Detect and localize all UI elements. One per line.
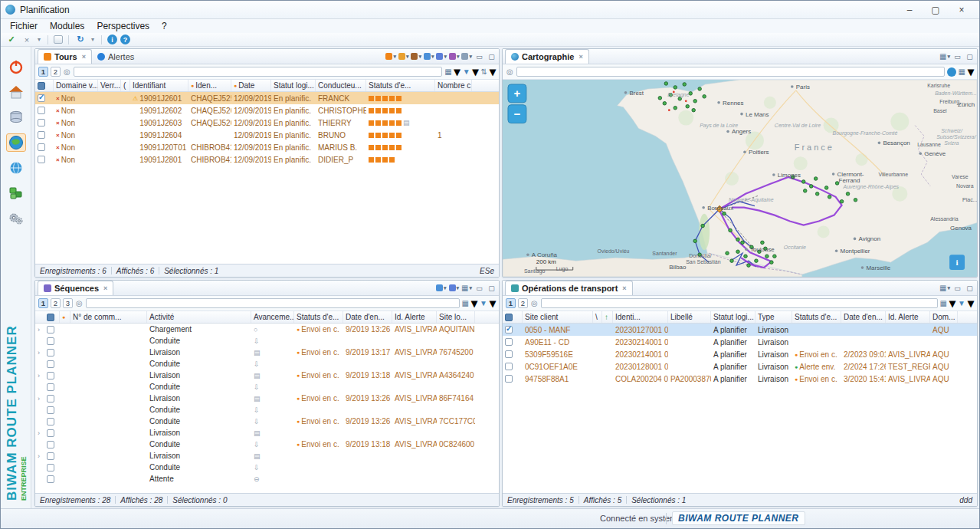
panel-toolbar-icon[interactable]: ▦▾ [461, 283, 472, 293]
row-checkbox[interactable] [47, 464, 54, 472]
table-row[interactable]: 0C91OEF1A0E 20230128001 0 A planifier Li… [503, 360, 977, 373]
refresh-icon[interactable]: ↻ [74, 34, 87, 44]
panel-minimize-icon[interactable]: ▭ [474, 51, 484, 61]
page-button-3[interactable]: 3 [63, 298, 73, 308]
tab-tours[interactable]: Tours × [38, 49, 92, 64]
tab-alertes[interactable]: Alertes [92, 49, 139, 64]
table-row[interactable]: ×Non ⚠19091J2603 CHAQEJ526 12/09/2019 En… [35, 117, 499, 129]
table-row[interactable]: › Chargement ○ ●Envoi en c. 9/2019 13:26… [35, 324, 499, 335]
home-icon[interactable] [6, 83, 26, 101]
table-row[interactable]: ×Non ⚠19091J2604 12/09/2019 En planific.… [35, 129, 499, 141]
table-row[interactable]: ×Non ⚠19091J2602 CHAQEJ526 12/09/2019 En… [35, 104, 499, 117]
row-checkbox[interactable] [47, 429, 54, 437]
cancel-icon[interactable]: × [21, 35, 33, 44]
page-button-2[interactable]: 2 [518, 298, 528, 308]
menu-modules[interactable]: Modules [44, 21, 90, 31]
panel-minimize-icon[interactable]: ▭ [474, 283, 484, 293]
table-row[interactable]: › Livraison ▤ ● [35, 427, 499, 439]
select-all-checkbox[interactable] [505, 314, 513, 321]
expand-icon[interactable]: › [38, 372, 44, 380]
table-row[interactable]: › Livraison ▤ ● [35, 450, 499, 462]
expand-icon[interactable]: › [38, 395, 44, 402]
panel-toolbar-icon[interactable]: ▾ [436, 283, 447, 293]
row-checkbox[interactable] [47, 475, 54, 483]
row-checkbox[interactable] [47, 360, 54, 368]
filter-funnel-icon[interactable]: ▼ [480, 299, 487, 307]
page-button-1[interactable]: 1 [38, 67, 48, 77]
row-checkbox[interactable] [47, 383, 54, 391]
table-row[interactable]: › Conduite ⇩ ● [35, 358, 499, 370]
panel-toolbar-icon[interactable]: ▾ [424, 51, 434, 61]
filter-funnel-icon[interactable]: ▼ [958, 299, 965, 307]
row-checkbox[interactable] [38, 143, 45, 151]
row-checkbox[interactable] [505, 363, 513, 370]
expand-icon[interactable]: › [38, 452, 44, 460]
table-icon[interactable]: ▦ [462, 299, 469, 307]
table-row[interactable]: ×Non ⚠19091J20T01 CHIBROB41S 12/09/2019 … [35, 141, 499, 153]
close-tab-icon[interactable]: × [82, 53, 86, 61]
panel-maximize-icon[interactable]: ▢ [965, 283, 975, 293]
close-tab-icon[interactable]: × [578, 53, 582, 61]
table-row[interactable]: › Livraison ▤ ●Envoi en c. 9/2019 13:18 … [35, 370, 499, 381]
table-row[interactable]: › Conduite ⇩ ● [35, 404, 499, 416]
layout-icon[interactable] [54, 35, 63, 44]
table-row[interactable]: A90E11 - CD 20230214001 0 A planifier Li… [503, 336, 977, 348]
table-row[interactable]: › Conduite ⇩ ● [35, 462, 499, 473]
panel-minimize-icon[interactable]: ▭ [952, 283, 962, 293]
row-checkbox[interactable] [505, 326, 513, 334]
table-row[interactable]: › Conduite ⇩ ●Envoi en c. 9/2019 13:18 A… [35, 439, 499, 450]
row-checkbox[interactable] [47, 418, 54, 426]
help-icon[interactable]: ? [120, 34, 130, 44]
table-icon[interactable]: ▦ [940, 299, 947, 307]
table-row[interactable]: 0050 - MANF 20230127001 0 A planifier Li… [503, 324, 977, 336]
tab-cartographie[interactable]: Cartographie × [505, 49, 589, 64]
tab-sequences[interactable]: Séquences × [38, 281, 113, 295]
sort-up-icon[interactable]: ↑ [605, 313, 608, 321]
panel-toolbar-icon[interactable]: ▾ [411, 51, 421, 61]
row-checkbox[interactable] [47, 337, 54, 345]
close-tab-icon[interactable]: × [103, 284, 107, 292]
packages-icon[interactable] [6, 184, 26, 202]
select-all-checkbox[interactable] [38, 82, 45, 90]
info-icon[interactable]: i [107, 34, 117, 44]
minimize-window-icon[interactable]: – [896, 2, 923, 18]
tours-filter-input[interactable] [74, 67, 442, 77]
menu-perspectives[interactable]: Perspectives [90, 21, 156, 31]
sequences-filter-input[interactable] [86, 298, 460, 308]
table-row[interactable]: ×Non ⚠19091J2601 CHAQEJ525 12/09/2019 En… [35, 92, 499, 104]
page-button-2[interactable]: 2 [51, 67, 61, 77]
map-canvas[interactable]: ParisKarlsruheBaden-Württem...BrestBreta… [503, 80, 977, 277]
menu-help[interactable]: ? [156, 21, 173, 31]
globe-button-icon[interactable] [947, 67, 956, 77]
table-row[interactable]: › Conduite ⇩ ● [35, 335, 499, 347]
table-row[interactable]: › Livraison ▤ ●Envoi en c. 9/2019 13:17 … [35, 347, 499, 358]
row-checkbox[interactable] [38, 119, 45, 127]
panel-toolbar-icon[interactable]: ▾ [436, 51, 447, 61]
panel-toolbar-icon[interactable]: ▾ [385, 51, 396, 61]
panel-maximize-icon[interactable]: ▢ [487, 51, 497, 61]
row-checkbox[interactable] [47, 441, 54, 449]
map-perspective-icon[interactable] [6, 133, 26, 152]
globe-icon[interactable] [6, 159, 26, 177]
row-checkbox[interactable] [505, 350, 513, 358]
expand-icon[interactable]: › [38, 326, 44, 334]
panel-toolbar-icon[interactable]: ▾ [461, 51, 472, 61]
panel-minimize-icon[interactable]: ▭ [952, 51, 962, 61]
row-checkbox[interactable] [47, 349, 54, 356]
row-checkbox[interactable] [47, 452, 54, 460]
expand-icon[interactable]: › [38, 349, 44, 356]
visibility-icon[interactable]: ◎ [506, 67, 513, 76]
zoom-out-button[interactable]: − [508, 105, 526, 123]
page-button-2[interactable]: 2 [51, 298, 61, 308]
page-button-1[interactable]: 1 [38, 298, 48, 308]
table-row[interactable]: › Attente ⊖ ● [35, 473, 499, 485]
close-tab-icon[interactable]: × [622, 284, 626, 292]
table-row[interactable]: ×Non ⚠19091J2801 CHIBROB41S 12/09/2019 E… [35, 153, 499, 166]
row-checkbox[interactable] [47, 406, 54, 414]
settings-gears-icon[interactable] [6, 209, 26, 228]
operations-filter-input[interactable] [541, 298, 938, 308]
panel-toolbar-icon[interactable]: ▾ [398, 51, 409, 61]
row-checkbox[interactable] [38, 156, 45, 163]
table-row[interactable]: 5309F59516E 20230214001 0 A planifier Li… [503, 348, 977, 360]
select-all-checkbox[interactable] [47, 314, 54, 321]
